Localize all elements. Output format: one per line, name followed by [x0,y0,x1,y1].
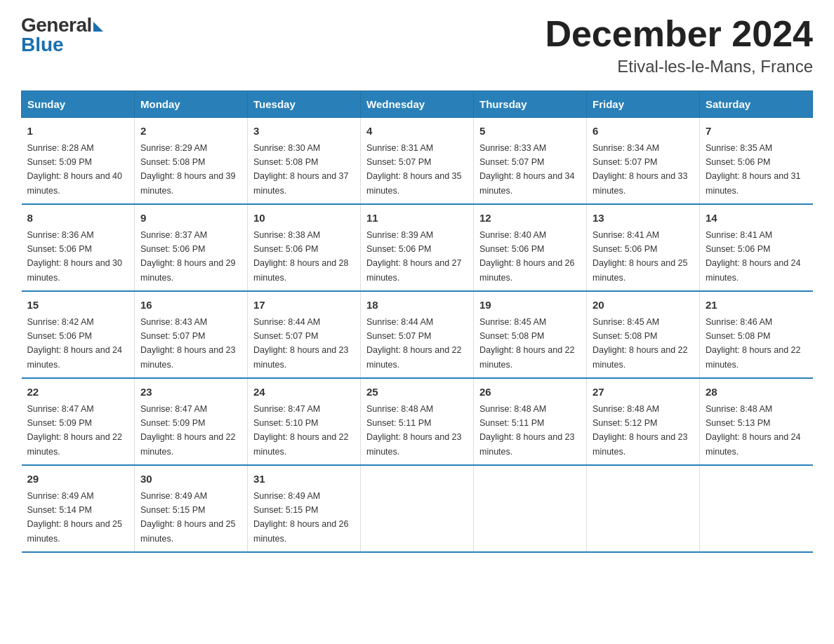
title-section: December 2024 Etival-les-le-Mans, France [545,14,813,76]
day-info: Sunrise: 8:49 AMSunset: 5:14 PMDaylight:… [27,491,123,544]
col-thursday: Thursday [474,91,587,118]
day-number: 26 [479,384,581,401]
calendar-cell: 22 Sunrise: 8:47 AMSunset: 5:09 PMDaylig… [22,378,135,465]
calendar-cell: 3 Sunrise: 8:30 AMSunset: 5:08 PMDayligh… [248,118,361,205]
calendar-cell: 23 Sunrise: 8:47 AMSunset: 5:09 PMDaylig… [135,378,248,465]
day-info: Sunrise: 8:43 AMSunset: 5:07 PMDaylight:… [140,317,236,370]
calendar-cell: 6 Sunrise: 8:34 AMSunset: 5:07 PMDayligh… [587,118,700,205]
month-title: December 2024 [545,14,813,54]
day-number: 16 [140,297,241,314]
location-title: Etival-les-le-Mans, France [545,57,813,76]
calendar-cell: 13 Sunrise: 8:41 AMSunset: 5:06 PMDaylig… [587,204,700,291]
day-number: 25 [366,384,468,401]
calendar-week-row: 1 Sunrise: 8:28 AMSunset: 5:09 PMDayligh… [22,118,813,205]
calendar-header-row: Sunday Monday Tuesday Wednesday Thursday… [22,91,813,118]
day-number: 19 [479,297,581,314]
col-wednesday: Wednesday [361,91,474,118]
calendar-cell: 2 Sunrise: 8:29 AMSunset: 5:08 PMDayligh… [135,118,248,205]
col-monday: Monday [135,91,248,118]
calendar-cell: 16 Sunrise: 8:43 AMSunset: 5:07 PMDaylig… [135,291,248,378]
day-info: Sunrise: 8:33 AMSunset: 5:07 PMDaylight:… [479,143,575,196]
day-info: Sunrise: 8:46 AMSunset: 5:08 PMDaylight:… [706,317,801,370]
calendar-cell: 14 Sunrise: 8:41 AMSunset: 5:06 PMDaylig… [700,204,813,291]
calendar-cell: 9 Sunrise: 8:37 AMSunset: 5:06 PMDayligh… [135,204,248,291]
day-number: 17 [253,297,355,314]
day-info: Sunrise: 8:45 AMSunset: 5:08 PMDaylight:… [479,317,575,370]
day-info: Sunrise: 8:42 AMSunset: 5:06 PMDaylight:… [27,317,123,370]
calendar-cell: 25 Sunrise: 8:48 AMSunset: 5:11 PMDaylig… [361,378,474,465]
calendar-cell [474,465,587,552]
calendar-cell: 20 Sunrise: 8:45 AMSunset: 5:08 PMDaylig… [587,291,700,378]
day-info: Sunrise: 8:35 AMSunset: 5:06 PMDaylight:… [706,143,801,196]
day-info: Sunrise: 8:37 AMSunset: 5:06 PMDaylight:… [140,230,236,283]
day-info: Sunrise: 8:47 AMSunset: 5:09 PMDaylight:… [27,404,123,457]
calendar-cell: 8 Sunrise: 8:36 AMSunset: 5:06 PMDayligh… [22,204,135,291]
day-number: 8 [27,210,129,227]
day-number: 21 [706,297,807,314]
day-number: 22 [27,384,129,401]
day-info: Sunrise: 8:30 AMSunset: 5:08 PMDaylight:… [253,143,349,196]
calendar-week-row: 15 Sunrise: 8:42 AMSunset: 5:06 PMDaylig… [22,291,813,378]
day-number: 15 [27,297,129,314]
calendar-cell: 17 Sunrise: 8:44 AMSunset: 5:07 PMDaylig… [248,291,361,378]
logo-arrow-icon [93,22,103,32]
calendar-week-row: 8 Sunrise: 8:36 AMSunset: 5:06 PMDayligh… [22,204,813,291]
day-number: 5 [479,123,581,140]
calendar-cell: 10 Sunrise: 8:38 AMSunset: 5:06 PMDaylig… [248,204,361,291]
day-number: 9 [140,210,241,227]
day-number: 4 [366,123,468,140]
calendar-cell: 11 Sunrise: 8:39 AMSunset: 5:06 PMDaylig… [361,204,474,291]
calendar-week-row: 22 Sunrise: 8:47 AMSunset: 5:09 PMDaylig… [22,378,813,465]
day-number: 27 [593,384,694,401]
day-info: Sunrise: 8:49 AMSunset: 5:15 PMDaylight:… [253,491,349,544]
day-info: Sunrise: 8:41 AMSunset: 5:06 PMDaylight:… [706,230,801,283]
calendar-cell: 29 Sunrise: 8:49 AMSunset: 5:14 PMDaylig… [22,465,135,552]
calendar-cell: 5 Sunrise: 8:33 AMSunset: 5:07 PMDayligh… [474,118,587,205]
calendar-cell [700,465,813,552]
logo-blue-text: Blue [21,34,64,56]
calendar-cell: 28 Sunrise: 8:48 AMSunset: 5:13 PMDaylig… [700,378,813,465]
day-info: Sunrise: 8:28 AMSunset: 5:09 PMDaylight:… [27,143,123,196]
day-number: 6 [593,123,694,140]
day-number: 23 [140,384,241,401]
day-number: 24 [253,384,355,401]
day-info: Sunrise: 8:34 AMSunset: 5:07 PMDaylight:… [593,143,688,196]
day-info: Sunrise: 8:47 AMSunset: 5:09 PMDaylight:… [140,404,236,457]
day-number: 29 [27,471,129,488]
day-info: Sunrise: 8:38 AMSunset: 5:06 PMDaylight:… [253,230,349,283]
page-header: General Blue December 2024 Etival-les-le… [21,14,813,76]
calendar-cell: 27 Sunrise: 8:48 AMSunset: 5:12 PMDaylig… [587,378,700,465]
calendar-cell: 24 Sunrise: 8:47 AMSunset: 5:10 PMDaylig… [248,378,361,465]
col-tuesday: Tuesday [248,91,361,118]
day-number: 3 [253,123,355,140]
day-number: 2 [140,123,241,140]
calendar-cell: 19 Sunrise: 8:45 AMSunset: 5:08 PMDaylig… [474,291,587,378]
day-info: Sunrise: 8:45 AMSunset: 5:08 PMDaylight:… [593,317,688,370]
day-info: Sunrise: 8:48 AMSunset: 5:11 PMDaylight:… [366,404,462,457]
day-info: Sunrise: 8:44 AMSunset: 5:07 PMDaylight:… [366,317,462,370]
day-number: 20 [593,297,694,314]
day-info: Sunrise: 8:39 AMSunset: 5:06 PMDaylight:… [366,230,462,283]
day-info: Sunrise: 8:36 AMSunset: 5:06 PMDaylight:… [27,230,123,283]
col-friday: Friday [587,91,700,118]
calendar-cell: 4 Sunrise: 8:31 AMSunset: 5:07 PMDayligh… [361,118,474,205]
day-number: 1 [27,123,129,140]
calendar-cell: 21 Sunrise: 8:46 AMSunset: 5:08 PMDaylig… [700,291,813,378]
calendar-cell: 26 Sunrise: 8:48 AMSunset: 5:11 PMDaylig… [474,378,587,465]
col-saturday: Saturday [700,91,813,118]
calendar-table: Sunday Monday Tuesday Wednesday Thursday… [21,90,813,553]
day-number: 7 [706,123,807,140]
day-info: Sunrise: 8:44 AMSunset: 5:07 PMDaylight:… [253,317,349,370]
day-info: Sunrise: 8:41 AMSunset: 5:06 PMDaylight:… [593,230,688,283]
day-info: Sunrise: 8:48 AMSunset: 5:12 PMDaylight:… [593,404,688,457]
day-number: 11 [366,210,468,227]
day-number: 10 [253,210,355,227]
day-number: 13 [593,210,694,227]
day-number: 18 [366,297,468,314]
calendar-cell: 15 Sunrise: 8:42 AMSunset: 5:06 PMDaylig… [22,291,135,378]
day-number: 30 [140,471,241,488]
day-info: Sunrise: 8:40 AMSunset: 5:06 PMDaylight:… [479,230,575,283]
day-number: 12 [479,210,581,227]
day-number: 31 [253,471,355,488]
day-info: Sunrise: 8:47 AMSunset: 5:10 PMDaylight:… [253,404,349,457]
